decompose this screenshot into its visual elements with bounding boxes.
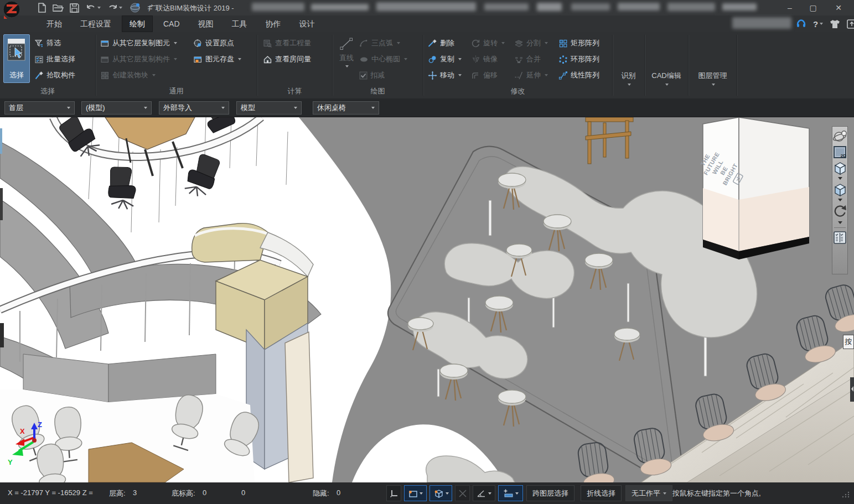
offset-button[interactable]: 偏移 bbox=[471, 69, 498, 82]
mirror-button[interactable]: 镜像 bbox=[471, 53, 498, 66]
model-space-select[interactable]: (模型) bbox=[81, 101, 152, 115]
create-decor-block-button[interactable]: 创建装饰块 bbox=[100, 69, 156, 82]
split-button[interactable]: 分割 bbox=[514, 37, 548, 50]
component-select[interactable]: 休闲桌椅 bbox=[313, 101, 379, 115]
extend-button[interactable]: 延伸 bbox=[514, 69, 548, 82]
tab-draw[interactable]: 绘制 bbox=[122, 15, 153, 32]
category-select[interactable]: 模型 bbox=[236, 101, 302, 115]
tab-design[interactable]: 设计 bbox=[292, 15, 323, 32]
floor-height-label: 层高: bbox=[109, 489, 126, 498]
move-button[interactable]: 移动 bbox=[428, 69, 462, 82]
redacted-text bbox=[376, 2, 476, 11]
view-room-quantities-button[interactable]: 查看房间量 bbox=[263, 53, 311, 66]
slogan-pillar[interactable]: THE FUTURE WILL BE BRIGHT bbox=[696, 117, 809, 259]
center-ellipse-button[interactable]: 中心椭圆 bbox=[359, 53, 407, 66]
rotate-view-icon[interactable] bbox=[832, 203, 847, 221]
maximize-button[interactable]: ▢ bbox=[804, 0, 822, 15]
customer-service-icon[interactable] bbox=[796, 19, 806, 29]
measure-input-icon bbox=[503, 489, 514, 498]
bottom-elevation-value[interactable]: 0 bbox=[203, 489, 206, 497]
line-tool-button[interactable]: 直线 bbox=[335, 34, 358, 85]
object-snap-3d-toggle[interactable] bbox=[429, 485, 452, 501]
tab-tools[interactable]: 工具 bbox=[224, 15, 255, 32]
launcher-icon[interactable] bbox=[847, 19, 854, 29]
cross-layer-select-button[interactable]: 跨图层选择 bbox=[526, 485, 574, 501]
chevron-down-icon[interactable] bbox=[838, 199, 842, 201]
skin-icon[interactable] bbox=[830, 19, 840, 29]
view-manager-icon[interactable] bbox=[832, 230, 847, 245]
front-view-cube-icon[interactable] bbox=[832, 160, 847, 176]
filter-select-button[interactable]: 筛选 bbox=[34, 37, 61, 50]
group-label-modify: 修改 bbox=[423, 86, 612, 96]
cloud-sync-icon[interactable] bbox=[128, 2, 142, 13]
redacted-text bbox=[667, 3, 715, 11]
move-arrows-icon bbox=[428, 71, 437, 80]
pick-component-button[interactable]: 拾取构件 bbox=[34, 69, 75, 82]
panel-collapse-tab[interactable] bbox=[850, 377, 854, 402]
snap-cross-toggle[interactable] bbox=[455, 485, 470, 501]
redacted-text bbox=[618, 3, 660, 11]
source-select[interactable]: 外部导入 bbox=[159, 101, 229, 115]
offset-icon bbox=[471, 71, 480, 80]
floor-height-value[interactable]: 3 bbox=[133, 489, 137, 497]
tab-project-settings[interactable]: 工程设置 bbox=[73, 15, 119, 32]
viewport[interactable]: THE FUTURE WILL BE BRIGHT bbox=[0, 117, 854, 482]
rect-snap-toggle[interactable] bbox=[404, 485, 427, 501]
cop y-elements-from-other-layer-button[interactable]: 从其它层复制图元 bbox=[100, 37, 177, 50]
ribbon-group-recognize: 识别 bbox=[613, 32, 644, 98]
polyline-select-button[interactable]: 折线选择 bbox=[581, 485, 622, 501]
ortho-toggle[interactable] bbox=[386, 485, 401, 501]
open-file-icon[interactable] bbox=[53, 2, 64, 13]
view-quantities-button[interactable]: 查看工程量 bbox=[263, 37, 311, 50]
minimize-button[interactable]: – bbox=[780, 0, 799, 15]
hidden-count-value[interactable]: 0 bbox=[337, 489, 340, 497]
ribbon-group-cad-edit: CAD编辑 bbox=[645, 32, 688, 98]
linear-array-button[interactable]: 线性阵列 bbox=[558, 69, 599, 82]
layer-manage-button[interactable]: 图层管理 bbox=[689, 34, 737, 92]
help-icon[interactable]: ? bbox=[813, 19, 823, 29]
tab-view[interactable]: 视图 bbox=[190, 15, 221, 32]
set-origin-button[interactable]: 设置原点 bbox=[193, 37, 234, 50]
undo-button[interactable] bbox=[85, 2, 101, 13]
house-icon bbox=[263, 55, 272, 64]
batch-select-button[interactable]: 批量选择 bbox=[34, 53, 75, 66]
copy-components-from-other-layer-button[interactable]: 从其它层复制构件 bbox=[100, 53, 177, 66]
three-point-arc-button[interactable]: 三点弧 bbox=[359, 37, 400, 50]
3d-scene[interactable]: THE FUTURE WILL BE BRIGHT bbox=[0, 117, 854, 482]
iso-view-cube-icon[interactable] bbox=[832, 181, 847, 198]
tab-cad[interactable]: CAD bbox=[156, 15, 188, 32]
orbit-icon[interactable] bbox=[832, 128, 847, 145]
new-file-icon[interactable] bbox=[37, 2, 48, 13]
ribbon-group-calc: 查看工程量 查看房间量 计算 bbox=[257, 32, 332, 98]
floor-select[interactable]: 首层 bbox=[4, 101, 75, 115]
delete-button[interactable]: 删除 bbox=[428, 37, 454, 50]
angle-snap-toggle[interactable] bbox=[473, 485, 495, 501]
tab-collaborate[interactable]: 协作 bbox=[258, 15, 289, 32]
select-button[interactable]: 选择 bbox=[3, 34, 30, 83]
rect-array-button[interactable]: 矩形阵列 bbox=[558, 37, 599, 50]
app-logo[interactable] bbox=[2, 0, 22, 20]
deduction-checkbox[interactable]: 扣减 bbox=[359, 69, 385, 82]
close-button[interactable]: ✕ bbox=[829, 0, 848, 15]
workplane-dropdown[interactable]: 无工作平 bbox=[625, 485, 672, 501]
dynamic-input-toggle[interactable] bbox=[498, 485, 523, 501]
chevron-down-icon[interactable] bbox=[838, 177, 842, 180]
tab-start[interactable]: 开始 bbox=[39, 15, 70, 32]
rect-snap-icon bbox=[408, 489, 418, 498]
merge-button[interactable]: 合并 bbox=[514, 53, 541, 66]
polar-array-button[interactable]: 环形阵列 bbox=[558, 53, 599, 66]
view-nav-toolbar: 2D bbox=[832, 126, 848, 274]
save-element-button[interactable]: 图元存盘 bbox=[193, 53, 241, 66]
cad-edit-button[interactable]: CAD编辑 bbox=[645, 34, 688, 92]
angle-icon bbox=[477, 489, 486, 498]
recognize-button[interactable]: 识别 bbox=[613, 34, 644, 92]
resize-grip[interactable] bbox=[842, 491, 850, 498]
extra-value[interactable]: 0 bbox=[241, 489, 245, 497]
2d-view-button[interactable]: 2D bbox=[832, 145, 847, 160]
chevron-down-icon[interactable] bbox=[838, 221, 842, 224]
redo-button[interactable] bbox=[106, 2, 123, 13]
save-icon[interactable] bbox=[69, 2, 80, 13]
erase-icon bbox=[428, 39, 437, 48]
copy-button[interactable]: 复制 bbox=[428, 53, 462, 66]
rotate-button[interactable]: 旋转 bbox=[471, 37, 505, 50]
